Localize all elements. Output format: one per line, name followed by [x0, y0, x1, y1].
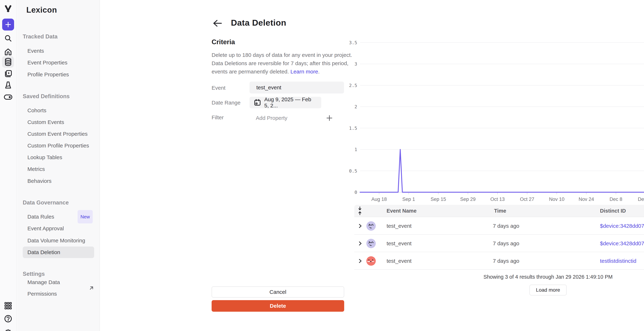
- lexicon-sidebar: Lexicon Tracked DataEventsEvent Properti…: [17, 0, 100, 331]
- home-icon[interactable]: [4, 48, 12, 56]
- learn-more-link[interactable]: Learn more: [290, 69, 318, 75]
- avatar: [366, 252, 376, 270]
- event-field-label: Event: [212, 85, 226, 91]
- sidebar-item-label: Data Deletion: [28, 246, 60, 258]
- avatar: [366, 217, 376, 235]
- sidebar-item-lookup-tables[interactable]: Lookup Tables: [23, 152, 94, 163]
- svg-text:Dec 8: Dec 8: [610, 197, 622, 202]
- criteria-heading: Criteria: [212, 38, 235, 46]
- filter-label: Filter: [212, 114, 224, 121]
- table-row[interactable]: test_event7 days ago$device:3428dd07-3eb…: [354, 217, 644, 234]
- add-property-button[interactable]: Add Property: [256, 114, 287, 122]
- sidebar-item-label: Data Rules: [28, 211, 54, 222]
- expand-chevron-icon[interactable]: [358, 252, 362, 270]
- sidebar-item-data-rules[interactable]: Data RulesNew: [23, 211, 94, 222]
- sidebar-item-label: Metrics: [28, 163, 45, 175]
- sidebar-item-custom-events[interactable]: Custom Events: [23, 116, 94, 128]
- date-range-picker[interactable]: Aug 9, 2025 — Feb 5, 2...: [250, 97, 321, 108]
- icon-rail: [0, 0, 16, 331]
- sidebar-item-behaviors[interactable]: Behaviors: [23, 175, 94, 187]
- sidebar-item-data-deletion[interactable]: Data Deletion: [23, 246, 94, 258]
- desc-line-3: events are permanently deleted.: [212, 69, 289, 75]
- sidebar-title: Lexicon: [26, 6, 57, 15]
- desc-line-1: Delete up to 180 days of data for any ev…: [212, 52, 352, 58]
- data-management-icon[interactable]: [4, 58, 12, 66]
- event-name-cell: test_event: [386, 252, 412, 270]
- calendar-icon: [254, 99, 261, 106]
- sidebar-item-label: Event Approval: [28, 223, 64, 234]
- sidebar-item-manage-data-permissions[interactable]: Manage Data Permissions: [23, 282, 94, 294]
- table-row[interactable]: test_event7 days ago$device:3428dd07-3eb…: [354, 234, 644, 252]
- event-select-field[interactable]: test_event: [250, 82, 344, 94]
- delete-button[interactable]: Delete: [212, 300, 344, 312]
- svg-text:2: 2: [354, 104, 357, 109]
- experiments-flask-icon[interactable]: [4, 81, 12, 89]
- svg-text:1.5: 1.5: [349, 126, 357, 131]
- sidebar-item-label: Lookup Tables: [28, 152, 62, 163]
- svg-text:0: 0: [354, 190, 357, 195]
- svg-text:0.5: 0.5: [349, 168, 357, 174]
- distinct-id-link[interactable]: testlistdistinctid: [600, 252, 636, 270]
- table-header-row: Event Name Time Distinct ID: [354, 205, 644, 217]
- events-over-time-chart: 00.511.522.533.5Aug 18Sep 1Sep 15Sep 29O…: [349, 38, 644, 202]
- sidebar-item-data-volume-monitoring[interactable]: Data Volume Monitoring: [23, 235, 94, 246]
- distinct-id-link[interactable]: $device:3428dd07-3eb7-4f40-8285-cff...: [600, 235, 644, 252]
- sidebar-item-profile-properties[interactable]: Profile Properties: [23, 69, 94, 80]
- avatar: [366, 235, 376, 252]
- sidebar-item-custom-profile-properties[interactable]: Custom Profile Properties: [23, 140, 94, 151]
- help-icon[interactable]: [4, 315, 12, 323]
- main-content: Data Deletion Criteria Delete up to 180 …: [100, 0, 644, 331]
- mixpanel-logo-icon[interactable]: [4, 5, 12, 13]
- table-row[interactable]: test_event7 days agotestlistdistinctid••…: [354, 252, 644, 269]
- time-cell: 7 days ago: [493, 217, 519, 235]
- search-icon[interactable]: [4, 35, 12, 42]
- svg-text:Dec 22: Dec 22: [638, 197, 644, 202]
- results-summary-text: Showing 3 of 4 results through Jan 29 20…: [354, 274, 644, 280]
- sidebar-item-event-approval[interactable]: Event Approval: [23, 223, 94, 234]
- sidebar-item-event-properties[interactable]: Event Properties: [23, 57, 94, 68]
- svg-text:1: 1: [354, 147, 357, 152]
- svg-text:3.5: 3.5: [349, 40, 357, 45]
- sidebar-item-metrics[interactable]: Metrics: [23, 163, 94, 175]
- svg-text:Sep 29: Sep 29: [460, 197, 476, 202]
- external-link-icon: [89, 285, 94, 291]
- svg-text:2.5: 2.5: [349, 83, 357, 88]
- expand-chevron-icon[interactable]: [358, 217, 362, 235]
- date-range-label: Date Range: [212, 100, 240, 106]
- expand-collapse-all-icon[interactable]: [357, 205, 363, 217]
- load-more-button[interactable]: Load more: [530, 285, 566, 295]
- column-header-time[interactable]: Time: [494, 205, 506, 217]
- sidebar-item-label: Profile Properties: [28, 69, 69, 80]
- boards-icon[interactable]: [4, 70, 12, 78]
- back-arrow-icon[interactable]: [212, 18, 223, 29]
- column-header-event-name[interactable]: Event Name: [386, 205, 416, 217]
- page-title: Data Deletion: [231, 18, 286, 28]
- cancel-button[interactable]: Cancel: [212, 286, 344, 298]
- sidebar-item-label: Event Properties: [28, 57, 68, 68]
- plus-icon[interactable]: [2, 19, 14, 31]
- svg-text:Nov 10: Nov 10: [549, 197, 564, 202]
- svg-text:Oct 27: Oct 27: [520, 197, 534, 202]
- column-header-distinct-id[interactable]: Distinct ID: [600, 205, 626, 217]
- sidebar-item-custom-event-properties[interactable]: Custom Event Properties: [23, 128, 94, 140]
- criteria-description: Delete up to 180 days of data for any ev…: [212, 51, 352, 76]
- sidebar-item-events[interactable]: Events: [23, 45, 94, 57]
- sidebar-item-label: Custom Event Properties: [28, 128, 88, 140]
- settings-gear-icon[interactable]: [4, 329, 12, 331]
- sidebar-item-cohorts[interactable]: Cohorts: [23, 105, 94, 116]
- sidebar-item-label: Behaviors: [28, 175, 52, 187]
- time-cell: 7 days ago: [493, 235, 519, 252]
- distinct-id-link[interactable]: $device:3428dd07-3eb7-4f40-8285-cff...: [600, 217, 644, 235]
- plus-icon[interactable]: [325, 114, 334, 122]
- sidebar-item-label: Cohorts: [28, 105, 46, 116]
- svg-text:3: 3: [354, 61, 357, 67]
- create-new-button[interactable]: [2, 19, 14, 31]
- sidebar-section-data-governance: Data Governance: [23, 197, 69, 208]
- time-cell: 7 days ago: [493, 252, 519, 270]
- expand-chevron-icon[interactable]: [358, 235, 362, 252]
- sidebar-section-tracked-data: Tracked Data: [23, 31, 58, 43]
- feature-flags-toggle-icon[interactable]: [4, 94, 12, 100]
- svg-text:Aug 18: Aug 18: [372, 197, 387, 202]
- apps-grid-icon[interactable]: [4, 302, 12, 309]
- svg-text:Sep 1: Sep 1: [402, 197, 415, 202]
